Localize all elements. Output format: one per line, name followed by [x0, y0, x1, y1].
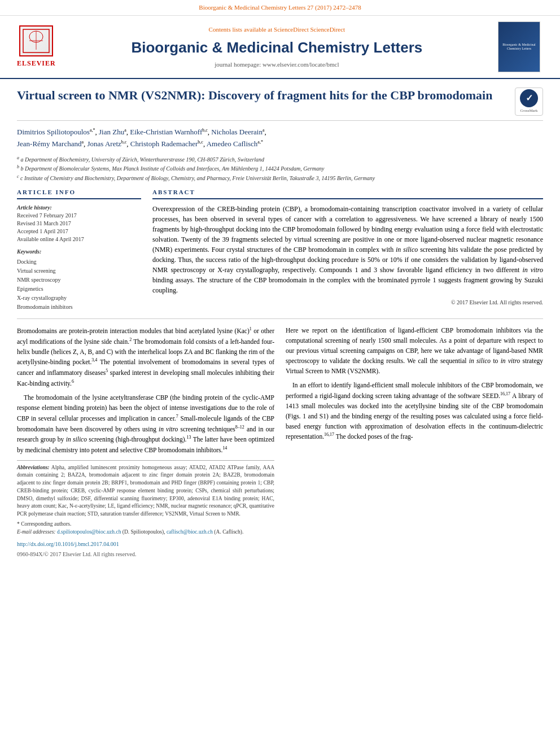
keyword-4: Epigenetics	[17, 285, 141, 294]
article-title: Virtual screen to NMR (VS2NMR): Discover…	[17, 88, 509, 104]
crossmark-badge[interactable]: ✓ CrossMark	[515, 88, 543, 116]
keyword-3: NMR spectroscopy	[17, 276, 141, 285]
sciencedirect-link: Contents lists available at ScienceDirec…	[67, 25, 487, 34]
received-date: Received 7 February 2017	[17, 212, 141, 220]
author-2: Jian Zhu	[99, 128, 124, 136]
author-1: Dimitrios Spiliotopoulos	[17, 128, 90, 136]
journal-citation-bar: Bioorganic & Medicinal Chemistry Letters…	[0, 0, 560, 16]
issn-text: 0960-894X/© 2017 Elsevier Ltd. All right…	[17, 551, 136, 557]
elsevier-logo: ELSEVIER	[17, 25, 56, 68]
crossmark-icon: ✓	[520, 89, 538, 107]
author-6: Jonas Aretz	[88, 139, 121, 148]
body-right-column: Here we report on the identification of …	[286, 326, 543, 560]
section-divider	[17, 318, 543, 319]
abstract-text: Overexpression of the CREB-binding prote…	[152, 204, 543, 295]
keyword-1: Docking	[17, 257, 141, 267]
abbreviations-footnote: Abbreviations: Alpha, amplified luminesc…	[17, 464, 274, 518]
authors-section: Dimitrios Spiliotopoulosa,*, Jian Zhua, …	[17, 126, 543, 150]
publisher-logo-area: ELSEVIER	[17, 25, 56, 68]
keyword-5: X-ray crystallography	[17, 294, 141, 303]
journal-citation: Bioorganic & Medicinal Chemistry Letters…	[199, 4, 361, 11]
footnotes-area: Abbreviations: Alpha, amplified luminesc…	[17, 460, 274, 560]
email-1[interactable]: d.spiliotopoulos@bioc.uzh.ch	[57, 529, 121, 535]
keyword-6: Bromodomain inhibitors	[17, 303, 141, 312]
article-info-header: ARTICLE INFO	[17, 188, 141, 199]
article-info-column: ARTICLE INFO Article history: Received 7…	[17, 188, 141, 312]
affiliation-b: b b Department of Biomolecular Systems, …	[17, 164, 543, 173]
issn-line: 0960-894X/© 2017 Elsevier Ltd. All right…	[17, 549, 274, 560]
email-2[interactable]: caflisch@bioc.uzh.ch	[167, 529, 213, 535]
author-5: Jean-Rémy Marchand	[17, 139, 81, 148]
journal-title-area: Contents lists available at ScienceDirec…	[56, 25, 498, 69]
copyright-notice: © 2017 Elsevier Ltd. All rights reserved…	[152, 299, 543, 307]
history-label: Article history:	[17, 204, 141, 212]
body-text-columns: Bromodomains are protein-protein interac…	[17, 326, 543, 560]
online-date: Available online 4 April 2017	[17, 235, 141, 243]
revised-date: Revised 31 March 2017	[17, 220, 141, 228]
abstract-column: ABSTRACT Overexpression of the CREB-bind…	[152, 188, 543, 312]
corresponding-authors-footnote: * Corresponding authors.	[17, 521, 274, 528]
accepted-date: Accepted 1 April 2017	[17, 228, 141, 235]
journal-cover-area: Bioorganic & Medicinal Chemistry Letters	[498, 21, 543, 72]
doi-line: http://dx.doi.org/10.1016/j.bmcl.2017.04…	[17, 539, 274, 549]
info-abstract-columns: ARTICLE INFO Article history: Received 7…	[17, 188, 543, 312]
elsevier-logo-image	[19, 25, 53, 56]
journal-header: ELSEVIER Contents lists available at Sci…	[0, 16, 560, 79]
body-para-4: In an effort to identify ligand-efficien…	[286, 381, 543, 442]
body-para-2: The bromodomain of the lysine acetyltran…	[17, 393, 274, 455]
affiliation-c: c c Institute of Chemistry and Biochemis…	[17, 173, 543, 182]
keyword-2: Virtual screening	[17, 267, 141, 276]
affiliation-a: a a Department of Biochemistry, Universi…	[17, 155, 543, 164]
journal-title: Bioorganic & Medicinal Chemistry Letters	[67, 37, 487, 58]
author-8: Amedeo Caflisch	[207, 139, 258, 148]
abstract-header: ABSTRACT	[152, 188, 543, 199]
email-footnote: E-mail addresses: d.spiliotopoulos@bioc.…	[17, 528, 274, 536]
body-para-1: Bromodomains are protein-protein interac…	[17, 326, 274, 388]
article-title-section: Virtual screen to NMR (VS2NMR): Discover…	[17, 88, 543, 121]
author-7: Christoph Rademacher	[130, 139, 198, 148]
author-3: Eike-Christian Warnhoff	[130, 128, 202, 136]
body-left-column: Bromodomains are protein-protein interac…	[17, 326, 274, 560]
keywords-label: Keywords:	[17, 248, 141, 256]
journal-homepage: journal homepage: www.elsevier.com/locat…	[67, 60, 487, 69]
doi-link[interactable]: http://dx.doi.org/10.1016/j.bmcl.2017.04…	[17, 541, 119, 547]
main-content: Virtual screen to NMR (VS2NMR): Discover…	[0, 79, 560, 568]
author-4: Nicholas Deerain	[211, 128, 262, 136]
body-para-3: Here we report on the identification of …	[286, 326, 543, 376]
crossmark-label: CrossMark	[520, 108, 537, 114]
elsevier-wordmark: ELSEVIER	[17, 59, 56, 68]
affiliations-section: a a Department of Biochemistry, Universi…	[17, 155, 543, 182]
journal-cover-image: Bioorganic & Medicinal Chemistry Letters	[498, 21, 540, 72]
